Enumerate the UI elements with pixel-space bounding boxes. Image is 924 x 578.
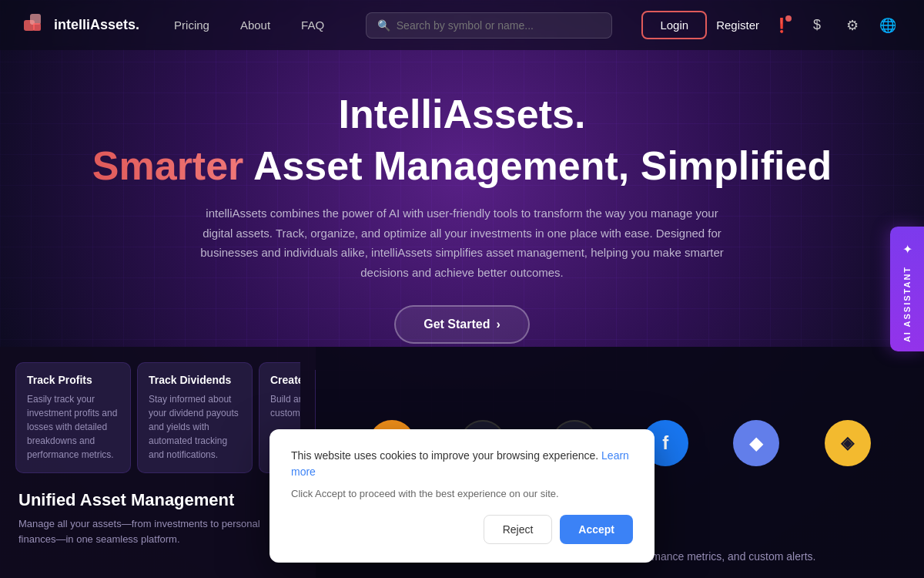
hero-title-rest: Asset Management, Simplified [253, 143, 832, 188]
cookie-banner: This website uses cookies to improve you… [270, 429, 654, 563]
get-started-label: Get Started [424, 318, 490, 331]
search-icon: 🔍 [377, 19, 390, 32]
hero-description: intelliAssets combines the power of AI w… [192, 203, 732, 282]
svg-rect-1 [30, 14, 41, 25]
dollar-icon: $ [813, 17, 821, 33]
binance-icon: ◈ [825, 420, 871, 466]
nav-link-faq[interactable]: FAQ [290, 15, 336, 35]
cookie-sub-text: Click Accept to proceed with the best ex… [291, 488, 633, 499]
unified-section: Unified Asset Management Manage all your… [15, 487, 300, 546]
feature-card-profits: Track Profits Easily track your investme… [15, 362, 131, 473]
nav-link-about[interactable]: About [229, 15, 282, 35]
login-button[interactable]: Login [641, 11, 707, 39]
feature-card-title-profits: Track Profits [27, 374, 119, 386]
search-input[interactable] [397, 19, 601, 32]
notifications-button[interactable]: ❗ [768, 12, 795, 39]
feature-card-desc-lists: Build and customize lists. [270, 392, 300, 420]
ai-assistant-panel[interactable]: ✦ AI ASSISTANT [890, 227, 924, 351]
ai-assistant-button[interactable]: ✦ AI ASSISTANT [890, 227, 924, 351]
search-container: 🔍 [366, 12, 612, 39]
nav-links: Pricing About FAQ [162, 15, 336, 35]
nav-link-pricing[interactable]: Pricing [162, 15, 221, 35]
cookie-reject-button[interactable]: Reject [484, 515, 553, 544]
gear-icon: ⚙ [846, 17, 859, 34]
navbar-right: Login Register ❗ $ ⚙ 🌐 [641, 11, 901, 39]
search-bar[interactable]: 🔍 [366, 12, 612, 39]
bottom-left-panel: Track Profits Easily track your investme… [0, 347, 316, 578]
navbar-left: intelliAssets. Pricing About FAQ [23, 13, 336, 38]
chevron-right-icon: › [496, 318, 500, 331]
unified-title: Unified Asset Management [18, 490, 297, 510]
logo[interactable]: intelliAssets. [23, 13, 139, 38]
settings-button[interactable]: ⚙ [839, 12, 865, 39]
feature-card-desc-profits: Easily track your investment profits and… [27, 392, 119, 462]
feature-card-desc-dividends: Stay informed about your dividend payout… [149, 392, 241, 462]
feature-card-dividends: Track Dividends Stay informed about your… [137, 362, 253, 473]
logo-text: intelliAssets. [54, 17, 139, 33]
cookie-accept-button[interactable]: Accept [560, 515, 633, 544]
currency-button[interactable]: $ [804, 12, 830, 39]
ethereum-icon: ◆ [733, 420, 779, 466]
feature-cards-row: Track Profits Easily track your investme… [15, 362, 300, 473]
hero-title-line2: Smarter Asset Management, Simplified [31, 144, 893, 188]
svg-rect-2 [33, 23, 41, 31]
cookie-buttons: Reject Accept [291, 515, 633, 544]
cookie-main-text: This website uses cookies to improve you… [291, 448, 633, 480]
notification-dot [785, 15, 792, 22]
unified-desc: Manage all your assets—from investments … [18, 516, 297, 546]
hero-section: IntelliAssets. Smarter Asset Management,… [0, 50, 924, 367]
get-started-button[interactable]: Get Started › [394, 305, 530, 344]
navbar: intelliAssets. Pricing About FAQ 🔍 Login… [0, 0, 924, 50]
hero-accent-word: Smarter [92, 143, 244, 188]
ai-assistant-label: AI ASSISTANT [902, 266, 912, 342]
language-button[interactable]: 🌐 [875, 12, 901, 39]
sparkle-icon: ✦ [902, 242, 912, 257]
logo-icon [23, 13, 48, 38]
translate-icon: 🌐 [879, 17, 896, 34]
hero-title-line1: IntelliAssets. [31, 92, 893, 136]
feature-card-title-dividends: Track Dividends [149, 374, 241, 386]
feature-card-title-lists: Create Lists [270, 374, 300, 386]
register-button[interactable]: Register [716, 18, 759, 32]
